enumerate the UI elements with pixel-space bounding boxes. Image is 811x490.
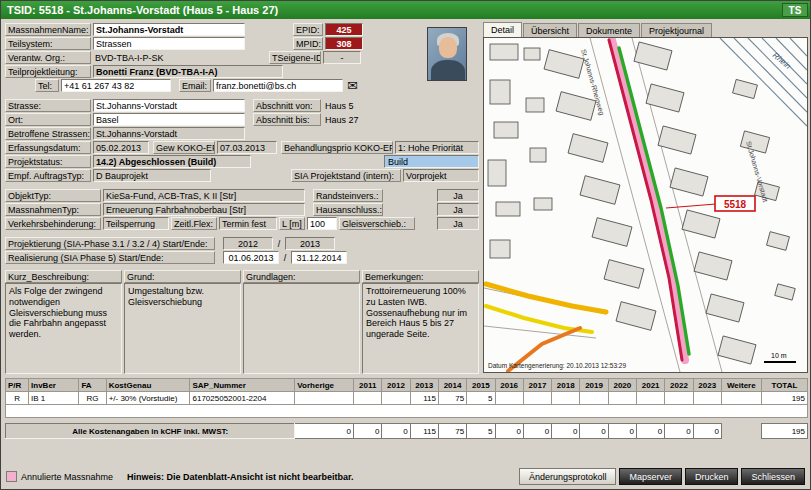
behandlungsprio-value: 1: Hohe Priorität [395, 141, 479, 154]
cost-cell [665, 392, 693, 405]
cost-col-header: KostGenau [106, 379, 190, 392]
abschnitt-von-label: Abschnitt von: [253, 99, 321, 112]
massnahmentyp-label: MassnahmenTyp: [5, 203, 101, 216]
teilprojektleitung-value: Bonetti Franz (BVD-TBA-I-A) [93, 65, 283, 78]
cost-cell: 75 [438, 392, 466, 405]
cost-table-area: P/R InvBer FA KostGenau SAP_Nummer Vorhe… [5, 378, 808, 439]
tab-dokumente[interactable]: Dokumente [578, 23, 640, 37]
summary-cell: 75 [438, 424, 466, 439]
gew-koko-ep-label: Gew KOKO-EP [153, 141, 215, 154]
summary-cell: 115 [410, 424, 438, 439]
route-id-text: 5518 [724, 199, 747, 210]
auftragstyp-label: Empf. AuftragsTyp: [5, 169, 91, 182]
gleisverschiebung-value: Ja [437, 217, 479, 230]
change-log-button[interactable]: Änderungsprotokoll [519, 468, 617, 485]
cost-table-row[interactable]: R IB 1 RG +/- 30% (Vorstudie) 6170250520… [6, 392, 808, 405]
map-container: 5518 St.Johanns-Rheinweg St.Johanns-Vors… [483, 37, 808, 373]
summary-cell: 0 [382, 424, 410, 439]
bemerkungen-text: Trottoirerneuerung 100% zu Lasten IWB. G… [362, 283, 479, 374]
cost-col-header: 2020 [608, 379, 636, 392]
bemerkungen-header: Bemerkungen: [362, 270, 479, 283]
summary-cell: 0 [523, 424, 551, 439]
tab-projektjournal[interactable]: Projektjournal [641, 23, 712, 37]
summary-weitere-empty [721, 424, 761, 439]
massnahmen-name-value: St.Johanns-Vorstadt [93, 23, 245, 36]
photo-body [431, 60, 465, 81]
cost-col-header: 2015 [467, 379, 495, 392]
cost-col-header: Weitere [721, 379, 761, 392]
cost-col-header: 2018 [552, 379, 580, 392]
projektstatus-value: 14.2) Abgeschlossen (Build) [93, 155, 251, 168]
send-email-icon[interactable]: ✉ [347, 79, 358, 92]
cost-col-header: Vorherige [295, 379, 354, 392]
zeitflex-value: Termin fest [219, 217, 277, 230]
tseigene-id-value: - [323, 51, 361, 64]
bemerkungen-box: Bemerkungen: Trottoirerneuerung 100% zu … [362, 270, 479, 374]
gleisverschiebung-label: Gleisverschieb.: [339, 217, 415, 230]
sia-projektstand-label: SIA Projektstand (intern): [291, 169, 401, 182]
abschnitt-bis-label: Abschnitt bis: [253, 113, 321, 126]
laenge-label: L [m] [279, 217, 305, 230]
cost-cell: +/- 30% (Vorstudie) [106, 392, 190, 405]
grund-header: Grund: [124, 270, 241, 283]
cost-cell: 617025052001-2204 [190, 392, 295, 405]
tab-uebersicht[interactable]: Übersicht [523, 23, 577, 37]
cost-cell: 5 [467, 392, 495, 405]
cost-col-header: 2019 [580, 379, 608, 392]
cost-col-header: FA [79, 379, 106, 392]
projektstatus-build-value: Build [384, 155, 479, 168]
verantw-org-value: BVD-TBA-I-P-SK [93, 51, 245, 64]
realisierung-ende: 31.12.2014 [291, 251, 347, 264]
cost-cell [608, 392, 636, 405]
cost-cell [523, 392, 551, 405]
photo-face [439, 37, 457, 58]
date-separator: / [281, 251, 289, 264]
zeitflex-label: Zeitl.Flex: [171, 217, 217, 230]
massnahmen-name-label: MassnahmenName: [5, 23, 91, 36]
cost-cell: RG [79, 392, 106, 405]
verkehrsbehinderung-label: Verkehrsbehinderung: [5, 217, 101, 230]
cost-col-header: 2017 [523, 379, 551, 392]
close-button[interactable]: Schliessen [741, 468, 805, 485]
cost-col-header: SAP_Nummer [190, 379, 295, 392]
summary-cell: 0 [552, 424, 580, 439]
cost-summary-table: Alle Kostenangaben in kCHF inkl. MWST: 0… [5, 423, 808, 439]
cost-col-header: InvBer [29, 379, 79, 392]
summary-cell: 0 [495, 424, 523, 439]
cost-cell [295, 392, 354, 405]
cost-col-header: 2023 [693, 379, 721, 392]
map-canvas[interactable]: 5518 St.Johanns-Rheinweg St.Johanns-Vors… [484, 38, 807, 372]
summary-cell: 0 [608, 424, 636, 439]
annulled-legend-label: Annulierte Massnahme [21, 472, 113, 482]
massnahmentyp-value: Erneuerung Fahrbahnoberbau [Str] [103, 203, 305, 216]
teilsystem-value: Strassen [93, 37, 245, 50]
application-window: TSID: 5518 - St.Johanns-Vorstadt (Haus 5… [0, 0, 811, 490]
randsteinvers-value: Ja [437, 189, 479, 202]
cost-col-header: 2013 [410, 379, 438, 392]
cost-col-header: 2022 [665, 379, 693, 392]
verantw-org-label: Verantw. Org.: [5, 51, 91, 64]
summary-total-cell: 195 [761, 424, 807, 439]
verkehrsbehinderung-value: Teilsperrung [103, 217, 169, 230]
behandlungsprio-label: Behandlungsprio KOKO-EP: [281, 141, 393, 154]
abschnitt-von-value: Haus 5 [323, 99, 383, 112]
cost-col-header: 2016 [495, 379, 523, 392]
readonly-hint: Hinweis: Die Datenblatt-Ansicht ist nich… [127, 472, 354, 482]
tseigene-id-label: TSeigene-ID: [269, 51, 321, 64]
grundlagen-box: Grundlagen: [243, 270, 360, 374]
ort-value: Basel [93, 113, 245, 126]
mpid-value: 308 [325, 37, 363, 50]
tab-detail[interactable]: Detail [483, 22, 522, 37]
summary-cell: 5 [467, 424, 495, 439]
auftragstyp-value: D Bauprojekt [93, 169, 211, 182]
cost-cell [580, 392, 608, 405]
grundlagen-text [243, 283, 360, 374]
cost-table-empty-row [6, 405, 808, 418]
randsteinvers-label: Randsteinvers.: [313, 189, 383, 202]
erfassungsdatum-value: 05.02.2013 [93, 141, 149, 154]
objekttyp-label: ObjektTyp: [5, 189, 101, 202]
mapserver-button[interactable]: Mapserver [619, 468, 682, 485]
print-button[interactable]: Drucken [685, 468, 739, 485]
cost-cell [382, 392, 410, 405]
strasse-value: St.Johanns-Vorstadt [93, 99, 245, 112]
